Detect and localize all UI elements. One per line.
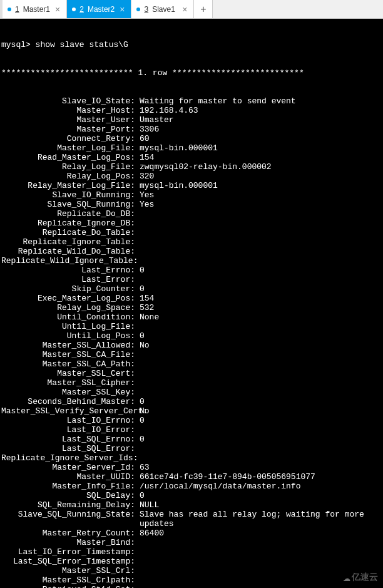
status-row: SQL_Delay:0 <box>1 491 382 500</box>
status-label: Master_Info_File: <box>1 482 135 491</box>
status-label: Until_Condition: <box>1 312 135 322</box>
status-label: Until_Log_File: <box>1 322 135 331</box>
close-icon[interactable]: × <box>118 5 126 14</box>
tab-number: 1 <box>15 5 19 14</box>
status-value <box>135 350 140 359</box>
tab-indicator-icon <box>136 8 140 11</box>
status-row: Until_Log_File: <box>1 322 382 331</box>
status-row: Master_Info_File:/usr/local/mysql/data/m… <box>1 482 382 491</box>
watermark-text: 亿速云 <box>352 572 378 583</box>
status-row: Until_Condition:None <box>1 312 382 322</box>
status-value: 532 <box>135 303 154 312</box>
status-value <box>135 378 140 388</box>
status-row: Master_UUID:661ce74d-fc39-11e7-894b-0050… <box>1 472 382 482</box>
status-row: Relay_Log_File:zwqmysql02-relay-bin.0000… <box>1 162 382 172</box>
status-label: Replicate_Wild_Do_Table: <box>1 247 135 256</box>
status-row: Last_SQL_Errno:0 <box>1 435 382 444</box>
tab-indicator-icon <box>72 8 76 11</box>
status-row: Master_Host:192.168.4.63 <box>1 106 382 115</box>
status-row: Relay_Master_Log_File:mysql-bin.000001 <box>1 181 382 190</box>
status-label: Last_IO_Error_Timestamp: <box>1 547 135 557</box>
status-label: Master_UUID: <box>1 472 135 482</box>
status-value <box>135 256 140 266</box>
status-row: Last_SQL_Error_Timestamp: <box>1 557 382 566</box>
status-value: Yes <box>135 200 154 209</box>
status-value: 192.168.4.63 <box>135 106 198 115</box>
close-icon[interactable]: × <box>181 5 188 14</box>
status-label: Relay_Log_Space: <box>1 303 135 312</box>
status-value: 320 <box>135 172 154 181</box>
status-label: Replicate_Ignore_DB: <box>1 219 135 228</box>
tab-master1[interactable]: 1Master1× <box>3 0 67 18</box>
status-label: Last_Error: <box>1 275 135 284</box>
status-value <box>135 322 140 331</box>
status-row: Until_Log_Pos:0 <box>1 331 382 341</box>
status-row: Master_SSL_Cert: <box>1 369 382 378</box>
status-row: Read_Master_Log_Pos:154 <box>1 153 382 162</box>
status-value: Slave has read all relay log; waiting fo… <box>135 510 382 529</box>
status-label: Master_SSL_Cert: <box>1 369 135 378</box>
close-icon[interactable]: × <box>54 5 61 14</box>
status-row: Replicate_Do_DB: <box>1 209 382 219</box>
status-row: Master_SSL_Cipher: <box>1 378 382 388</box>
status-value <box>135 369 140 378</box>
status-row: Replicate_Wild_Ignore_Table: <box>1 256 382 266</box>
status-label: Last_SQL_Error: <box>1 444 135 453</box>
watermark: ☁ 亿速云 <box>343 569 378 585</box>
status-value: 0 <box>135 284 145 294</box>
status-row: Connect_Retry:60 <box>1 134 382 143</box>
status-label: SQL_Delay: <box>1 491 135 500</box>
status-value <box>135 275 140 284</box>
status-value <box>135 538 140 547</box>
status-value: mysql-bin.000001 <box>135 143 218 153</box>
status-value <box>135 359 140 369</box>
status-label: Seconds_Behind_Master: <box>1 397 135 406</box>
tab-bar: 1Master1×2Master2×3Slave1× + <box>0 0 383 19</box>
status-row: Relay_Log_Pos:320 <box>1 172 382 181</box>
tab-indicator-icon <box>8 8 11 11</box>
status-row: Last_SQL_Error: <box>1 444 382 453</box>
new-tab-button[interactable]: + <box>194 0 213 18</box>
status-row: Slave_SQL_Running_State:Slave has read a… <box>1 510 382 529</box>
status-label: Retrieved_Gtid_Set: <box>1 585 135 588</box>
status-label: Master_Host: <box>1 106 135 115</box>
status-value: 154 <box>135 153 154 162</box>
status-label: Master_Log_File: <box>1 143 135 153</box>
status-label: Master_SSL_CA_File: <box>1 350 135 359</box>
status-value: mysql-bin.000001 <box>135 181 218 190</box>
status-row: Slave_SQL_Running:Yes <box>1 200 382 209</box>
status-row: Slave_IO_State:Waiting for master to sen… <box>1 96 382 106</box>
status-label: Last_SQL_Error_Timestamp: <box>1 557 135 566</box>
status-label: Slave_IO_State: <box>1 96 135 106</box>
status-label: Last_Errno: <box>1 266 135 275</box>
status-label: Relay_Log_File: <box>1 162 135 172</box>
status-row: Skip_Counter:0 <box>1 284 382 294</box>
status-row: Master_SSL_Verify_Server_Cert:No <box>1 406 382 416</box>
status-label: SQL_Remaining_Delay: <box>1 500 135 510</box>
status-value: Yes <box>135 190 154 200</box>
status-value <box>135 575 140 585</box>
status-row: Master_Log_File:mysql-bin.000001 <box>1 143 382 153</box>
tab-master2[interactable]: 2Master2× <box>67 0 131 18</box>
status-label: Skip_Counter: <box>1 284 135 294</box>
status-label: Replicate_Wild_Ignore_Table: <box>1 256 135 266</box>
status-label: Last_IO_Errno: <box>1 416 135 425</box>
status-row: Master_Server_Id:63 <box>1 463 382 472</box>
status-label: Replicate_Ignore_Table: <box>1 237 135 247</box>
status-value <box>135 444 140 453</box>
status-value <box>135 585 140 588</box>
status-row: Master_SSL_Crl: <box>1 566 382 575</box>
tab-slave1[interactable]: 3Slave1× <box>131 0 194 18</box>
status-row: Last_IO_Errno:0 <box>1 416 382 425</box>
status-value: 154 <box>135 294 154 303</box>
status-label: Connect_Retry: <box>1 134 135 143</box>
status-row: Slave_IO_Running:Yes <box>1 190 382 200</box>
status-value <box>135 547 140 557</box>
status-value: Umaster <box>135 115 174 125</box>
status-label: Master_User: <box>1 115 135 125</box>
status-row: Replicate_Do_Table: <box>1 228 382 237</box>
status-row: Last_IO_Error_Timestamp: <box>1 547 382 557</box>
status-row: SQL_Remaining_Delay:NULL <box>1 500 382 510</box>
cloud-icon: ☁ <box>343 569 350 585</box>
status-value: 0 <box>135 397 145 406</box>
